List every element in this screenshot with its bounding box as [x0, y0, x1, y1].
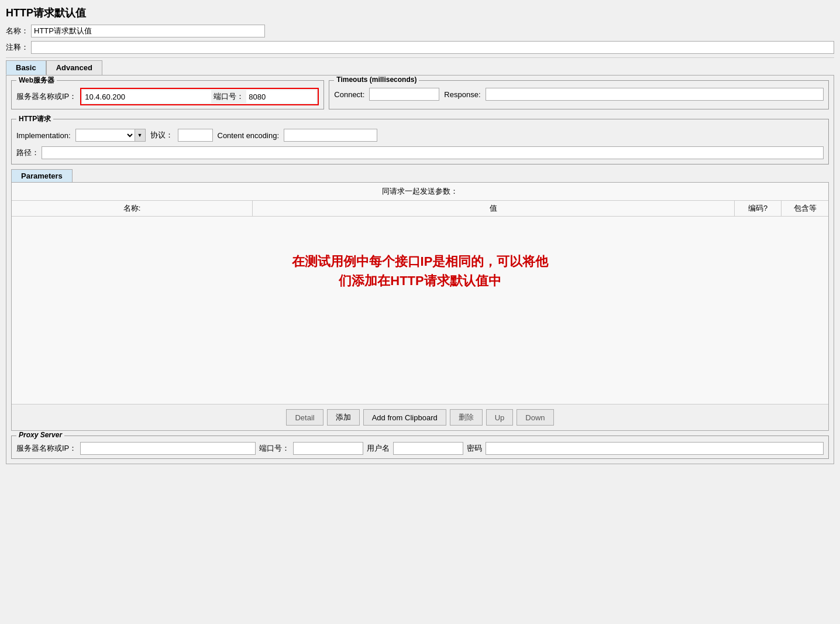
http-request-section: HTTP请求 Implementation: ▼ 协议： Content enc… — [11, 119, 829, 164]
http-legend: HTTP请求 — [16, 114, 53, 124]
main-container: HTTP请求默认值 名称： 注释： Basic Advanced Web服务器 … — [0, 0, 840, 624]
col-value: 值 — [253, 201, 735, 216]
delete-button[interactable]: 删除 — [450, 409, 483, 426]
path-input[interactable] — [42, 146, 824, 159]
path-label: 路径： — [16, 148, 39, 158]
implementation-dropdown-arrow[interactable]: ▼ — [135, 129, 145, 141]
path-row: 路径： — [16, 146, 824, 159]
detail-button[interactable]: Detail — [286, 409, 323, 426]
down-button[interactable]: Down — [517, 409, 553, 426]
proxy-server-label: 服务器名称或IP： — [16, 443, 77, 454]
add-from-clipboard-button[interactable]: Add from Clipboard — [363, 409, 446, 426]
annotation: 在测试用例中每个接口IP是相同的，可以将他 们添加在HTTP请求默认值中 — [12, 217, 828, 290]
comment-row: 注释： — [6, 41, 834, 54]
comment-input[interactable] — [31, 41, 834, 54]
proxy-section: Proxy Server 服务器名称或IP： 端口号： 用户名 密码 — [11, 436, 829, 459]
proxy-password-input[interactable] — [486, 442, 824, 455]
http-row1: Implementation: ▼ 协议： Content encoding: — [16, 129, 824, 142]
comment-label: 注释： — [6, 42, 29, 53]
server-ip-input[interactable] — [82, 90, 211, 103]
proxy-legend: Proxy Server — [16, 431, 64, 439]
annotation-line2: 们添加在HTTP请求默认值中 — [12, 271, 828, 290]
params-buttons: Detail 添加 Add from Clipboard 删除 Up Down — [12, 404, 828, 430]
params-body: 在测试用例中每个接口IP是相同的，可以将他 们添加在HTTP请求默认值中 — [12, 217, 828, 404]
implementation-label: Implementation: — [16, 131, 71, 140]
params-area: 同请求一起发送参数： 名称: 值 编码? 包含等 在测试用例中每个接口IP是相同… — [11, 182, 829, 431]
tabs-bar: Basic Advanced — [6, 60, 834, 75]
web-server-section: Web服务器 服务器名称或IP： 端口号： — [11, 80, 324, 109]
tab-advanced[interactable]: Advanced — [46, 60, 102, 75]
timeouts-legend: Timeouts (milliseconds) — [334, 76, 419, 84]
content-encoding-label: Content encoding: — [218, 131, 280, 140]
connect-label: Connect: — [334, 90, 364, 99]
protocol-input[interactable] — [178, 129, 213, 142]
timeouts-content: Connect: Response: — [334, 88, 824, 101]
add-button[interactable]: 添加 — [327, 409, 360, 426]
proxy-username-label: 用户名 — [367, 443, 390, 454]
implementation-select-wrapper[interactable]: ▼ — [75, 129, 146, 142]
proxy-port-label: 端口号： — [259, 443, 290, 454]
timeouts-section: Timeouts (milliseconds) Connect: Respons… — [329, 80, 829, 109]
proxy-password-label: 密码 — [467, 443, 482, 454]
params-send-row: 同请求一起发送参数： — [12, 183, 828, 201]
server-highlight-box: 端口号： — [80, 88, 319, 105]
annotation-line1: 在测试用例中每个接口IP是相同的，可以将他 — [12, 252, 828, 271]
name-label: 名称： — [6, 26, 29, 36]
http-content: Implementation: ▼ 协议： Content encoding: … — [16, 129, 824, 159]
tab-content: Web服务器 服务器名称或IP： 端口号： Timeouts (millisec… — [6, 75, 834, 464]
divider — [6, 57, 834, 58]
name-row: 名称： — [6, 25, 834, 37]
col-encode: 编码? — [735, 201, 782, 216]
protocol-label: 协议： — [150, 130, 173, 140]
proxy-username-input[interactable] — [393, 442, 463, 455]
proxy-server-input[interactable] — [80, 442, 256, 455]
web-server-legend: Web服务器 — [16, 76, 57, 85]
tab-parameters[interactable]: Parameters — [11, 169, 73, 182]
response-label: Response: — [444, 90, 480, 99]
proxy-row: 服务器名称或IP： 端口号： 用户名 密码 — [16, 442, 824, 455]
page-title: HTTP请求默认值 — [6, 6, 834, 20]
params-table-header: 名称: 值 编码? 包含等 — [12, 201, 828, 217]
up-button[interactable]: Up — [486, 409, 514, 426]
port-label: 端口号： — [214, 91, 244, 102]
content-encoding-input[interactable] — [284, 129, 377, 142]
params-tabs: Parameters — [11, 169, 829, 182]
server-label: 服务器名称或IP： — [16, 91, 77, 102]
tab-basic[interactable]: Basic — [6, 60, 46, 75]
col-include: 包含等 — [782, 201, 828, 216]
name-input[interactable] — [31, 25, 265, 37]
response-input[interactable] — [486, 88, 824, 101]
proxy-port-input[interactable] — [293, 442, 363, 455]
col-name: 名称: — [12, 201, 253, 216]
implementation-select[interactable] — [76, 129, 135, 141]
connect-input[interactable] — [369, 88, 439, 101]
server-row: 服务器名称或IP： 端口号： — [16, 88, 319, 105]
web-server-content: 服务器名称或IP： 端口号： — [16, 88, 319, 105]
port-input[interactable] — [246, 90, 316, 103]
